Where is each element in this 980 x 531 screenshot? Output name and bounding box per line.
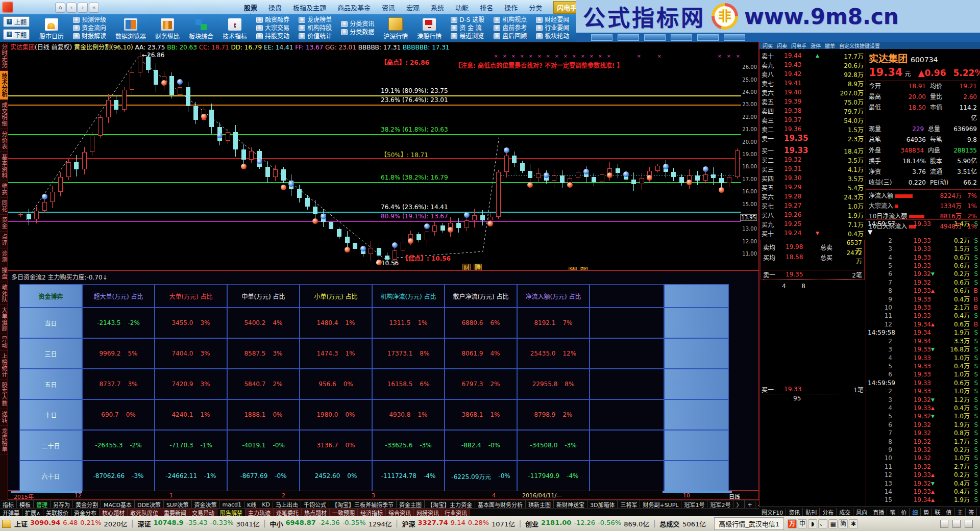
left-tab-同花[interactable]: 同花 [0,198,8,215]
time-sales-row[interactable]: 819.321.7万S [866,438,980,446]
toolbar-button-财务纵比[interactable]: 财务纵比 [155,16,180,40]
right-tab-笔[interactable]: 笔 [887,508,898,516]
quote-tool-撤单[interactable]: 撤单 [825,42,835,49]
time-sales-row[interactable]: 1219.33▲0.2万S [866,471,980,479]
index-quote-深证[interactable]: 深证10748.9-35.43-0.33%3041亿 [137,519,259,528]
indicator-tab-3D加箱体[interactable]: 3D加箱体 [587,500,618,509]
right-tab-分布[interactable]: 分布 [820,508,837,516]
time-sales-row[interactable]: 1119.330.4万S [866,312,980,320]
toolbar-button-资 金 流[interactable]: 资 金 流 [451,24,484,32]
info-tab-关联报价[interactable]: 关联报价 [43,509,71,517]
forward-icon[interactable]: › [78,3,88,13]
quote-tool-自定义快捷键设置[interactable]: 自定义快捷键设置 [839,42,880,49]
indicator-tab-【淘宝】主力资金[interactable]: 【淘宝】主力资金 [425,500,475,509]
toolbar-button-技术指标[interactable]: 技术指标 [223,16,247,40]
toolbar-button-盘后回顾[interactable]: 盘后回顾 [494,33,527,40]
info-tab-综合资讯[interactable]: 综合资讯 [386,509,414,517]
x-axis-row[interactable]: 2015年1212342016/04/11/—10日线 [8,491,759,500]
time-sales-row[interactable]: 419.33▲0.4万S [866,404,980,412]
indicator-tab-资金决策[interactable]: 资金决策 [192,500,220,509]
time-sales-row[interactable]: 619.321.9万S [866,421,980,429]
menu-item-系统[interactable]: 系统 [431,3,444,12]
toolbar-button-股市日历[interactable]: 股市日历 [39,16,64,40]
time-sales-row[interactable]: 519.330.6万S [866,262,980,270]
time-sales-row[interactable]: 1019.321.0万S [866,454,980,462]
indicator-tab-管理[interactable]: 管理 [34,500,51,509]
menu-item-板指及主题[interactable]: 板指及主题 [293,3,326,12]
info-tab-一致预期[interactable]: 一致预期 [330,509,358,517]
indicator-tab-马上出击[interactable]: 马上出击 [273,500,301,509]
toolbar-button-龙虎榜单[interactable]: 龙虎榜单 [299,16,332,24]
info-tab-逐笔委托[interactable]: 逐笔委托 [274,509,302,517]
time-sales-row[interactable]: 319.32▼1.2万S [866,396,980,404]
left-tab-敢死队[interactable]: 敢死队 [0,282,8,305]
toolbar-button-机构视点[interactable]: 机构视点 [494,16,527,24]
indicator-tab-〉[interactable]: 〉 [733,500,745,509]
menu-item-宏观[interactable]: 宏观 [406,3,420,12]
ime-icon[interactable]: 万 [788,519,797,528]
time-sales-row[interactable]: 619.32▼0.2万S [866,270,980,278]
status-icon[interactable] [952,520,961,528]
indicator-tab-三将军[interactable]: 三将军 [618,500,640,509]
indicator-tab-琪新主图[interactable]: 琪新主图 [526,500,554,509]
index-quote-中小[interactable]: 中小6948.87-24.36-0.35%1294亿 [270,519,392,528]
toolbar-button-分类资讯[interactable]: 分类资讯 [341,20,374,28]
quote-tool-闪卖[interactable]: 闪卖 [777,42,787,49]
toolbar-button-预测评级[interactable]: 预测评级 [73,16,106,24]
time-sales-row[interactable]: 519.330.4万S [866,362,980,370]
toolbar-button-沪深行情[interactable]: 沪深行情 [383,16,408,40]
time-sales-row[interactable]: 1319.32▼0.4万S [866,479,980,488]
toolbar-chip-icon[interactable] [644,34,666,41]
time-sales-row[interactable]: 419.330.6万S [866,254,980,262]
right-tab-贴刊[interactable]: 贴刊 [803,508,820,516]
toolbar-button-最近浏览[interactable]: 最近浏览 [451,33,484,40]
x-axis-label[interactable]: 4 [492,492,496,499]
indicator-tab-macd1[interactable]: macd1 [220,501,245,508]
info-tab-网捞资讯[interactable]: 网捞资讯 [414,509,442,517]
x-axis-label[interactable]: 1 [169,492,173,499]
quote-tool-涨停[interactable]: 涨停 [811,42,821,49]
info-tab-热点题材[interactable]: 热点题材 [302,509,330,517]
toolbar-button-持股变动[interactable]: 持股变动 [256,33,289,40]
indicator-tab-+[interactable]: + [745,501,755,508]
status-icon[interactable] [965,520,973,528]
up-icon[interactable]: « [89,3,99,13]
indicator-tab-DDE决策[interactable]: DDE决策 [135,500,164,509]
ad-banner[interactable]: 公式指标网 www.9m8.cn [576,0,980,33]
indicator-tab-新财神送宝[interactable]: 新财神送宝 [554,500,587,509]
time-sales-row[interactable]: 519.32▼1.0万S [866,412,980,420]
indicator-tab-千钧公式[interactable]: 千钧公式 [301,500,329,509]
toolbar-chip-icon[interactable] [697,34,719,41]
x-axis-label[interactable]: 12 [75,492,82,499]
index-quote-沪深[interactable]: 沪深3327.749.140.28%1071亿 [402,519,516,528]
toolbar-button-D-S 选股[interactable]: D-S 选股 [451,16,484,24]
quote-tool-闪买[interactable]: 闪买 [763,42,773,49]
time-sales-list[interactable]: 14:59:57 ▼19.331.4万S219.330.2万S319.331.5… [866,219,980,505]
time-sales-row[interactable]: 919.320.2万S [866,446,980,454]
left-tab-龙虎榜单[interactable]: 龙虎榜单 [0,426,8,455]
indicator-tab-另存为[interactable]: 另存为 [51,500,73,509]
left-tab-诊测[interactable]: 诊测 [0,248,8,265]
left-tab-资金[interactable]: 资金 [0,215,8,232]
right-tab-直播[interactable]: 直播 [870,508,887,516]
left-tab-成交明细[interactable]: 成交明细 [0,100,8,129]
time-sales-row[interactable]: 14:59:5919.330.6万S [866,379,980,387]
info-tab-重要新闻[interactable]: 重要新闻 [161,509,189,517]
time-sales-row[interactable]: 719.320.8万S [866,429,980,437]
time-sales-row[interactable]: 1219.34▲0.6万B [866,320,980,328]
left-tab-上榜统计[interactable]: 上榜统计 [0,351,8,380]
indicator-tab-KD[interactable]: KD [259,501,273,508]
left-tab-操盘[interactable]: 操盘 [0,265,8,282]
indicator-tab-MACD基本[interactable]: MACD基本 [101,500,135,509]
right-tab-细[interactable]: 细 [910,508,921,516]
home-icon[interactable]: ⌂ [55,3,65,13]
info-tab-核心题材[interactable]: 核心题材 [100,509,128,517]
left-tab-股东人数[interactable]: 股东人数 [0,380,8,409]
menu-item-资讯[interactable]: 资讯 [382,3,395,12]
time-sales-row[interactable]: 719.320.6万S [866,279,980,287]
chart-plot[interactable]: 19.1% (80.9%): 23.7523.6% (76.4%): 23.01… [8,52,758,270]
right-tab-主[interactable]: 主 [954,508,966,516]
time-sales-row[interactable]: 1119.322.7万S [866,463,980,471]
indicator-tab-黄金分割[interactable]: 黄金分割 [73,500,101,509]
toolbar-button-行业要闻[interactable]: 行业要闻 [536,24,569,32]
